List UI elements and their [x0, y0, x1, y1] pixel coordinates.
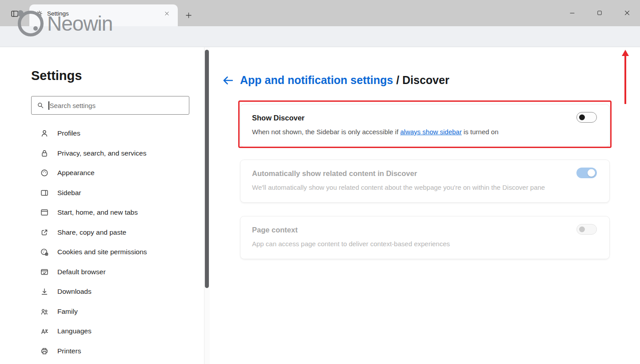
setting-description: App can access page content to deliver c…	[252, 240, 598, 248]
close-window-button[interactable]	[620, 6, 634, 20]
sidebar-item-label: Downloads	[57, 288, 92, 296]
always-show-sidebar-link[interactable]: always show sidebar	[400, 128, 462, 136]
setting-title: Automatically show related content in Di…	[252, 169, 598, 178]
arrow-head	[622, 50, 629, 56]
sidebar-item-label: Sidebar	[57, 189, 81, 197]
settings-main-panel: App and notification settings / Discover…	[210, 47, 640, 364]
tab-close-icon[interactable]	[162, 9, 172, 19]
setting-description: When not shown, the Sidebar is only acce…	[252, 128, 598, 136]
sidebar-item-start-home-tabs[interactable]: Start, home, and new tabs	[0, 203, 204, 223]
sidebar-item-family[interactable]: Family	[0, 302, 204, 322]
breadcrumb: App and notification settings / Discover	[222, 74, 449, 87]
sidebar-item-label: Default browser	[57, 268, 106, 276]
toggle-knob	[579, 115, 585, 120]
cookie-gear-icon	[40, 248, 49, 256]
printer-icon	[40, 347, 49, 356]
profiles-icon	[40, 129, 49, 138]
show-discover-toggle[interactable]	[576, 112, 597, 123]
sidebar-item-printers[interactable]: Printers	[0, 341, 204, 361]
browser-tab-settings[interactable]: Settings	[29, 4, 178, 26]
minimize-button[interactable]	[565, 6, 579, 20]
text-cursor	[48, 101, 49, 110]
breadcrumb-current: Discover	[402, 74, 449, 87]
search-icon	[37, 102, 44, 109]
sidebar-item-profiles[interactable]: Profiles	[0, 124, 204, 144]
sidebar-item-sidebar[interactable]: Sidebar	[0, 183, 204, 203]
sidebar-item-label: Profiles	[57, 129, 80, 137]
sidebar-item-label: Privacy, search, and services	[57, 149, 146, 157]
new-tab-button[interactable]	[183, 10, 194, 20]
auto-show-related-content-toggle[interactable]	[576, 168, 597, 178]
sidebar-item-default-browser[interactable]: Default browser	[0, 262, 204, 282]
sidebar-item-label: Cookies and site permissions	[57, 248, 147, 256]
search-input[interactable]	[50, 102, 184, 109]
breadcrumb-link-app-notification-settings[interactable]: App and notification settings	[240, 74, 393, 87]
sidebar-icon	[40, 188, 49, 197]
sidebar-item-label: Printers	[57, 347, 81, 355]
setting-description: We'll automatically show you related con…	[252, 184, 598, 191]
maximize-button[interactable]	[593, 6, 606, 20]
window-controls	[565, 6, 634, 20]
setting-title: Show Discover	[252, 114, 598, 122]
toggle-knob	[588, 169, 595, 177]
page-context-toggle[interactable]	[576, 224, 597, 235]
sidebar-item-cookies-permissions[interactable]: Cookies and site permissions	[0, 242, 204, 262]
tab-title: Settings	[47, 10, 69, 17]
sidebar-item-label: Share, copy and paste	[57, 228, 126, 236]
titlebar: Settings	[0, 0, 640, 26]
setting-card-show-discover: Show Discover When not shown, the Sideba…	[240, 104, 609, 147]
toggle-knob	[579, 227, 585, 232]
sidebar-item-share-copy-paste[interactable]: Share, copy and paste	[0, 223, 204, 243]
sidebar-item-downloads[interactable]: Downloads	[0, 282, 204, 302]
browser-window: Settings	[0, 0, 640, 364]
sidebar-item-label: Family	[57, 308, 78, 316]
download-icon	[40, 287, 49, 296]
settings-search-box[interactable]	[31, 96, 189, 115]
browser-toolbar: Edge edge://settings/sidebar/appSettings…	[0, 26, 640, 47]
browser-window-icon	[40, 208, 49, 217]
sidebar-item-appearance[interactable]: Appearance	[0, 163, 204, 183]
scrollbar-thumb[interactable]	[205, 50, 209, 288]
family-icon	[40, 307, 49, 316]
tab-actions-icon[interactable]	[10, 9, 20, 19]
languages-icon	[40, 327, 49, 336]
setting-card-auto-show-related-content: Automatically show related content in Di…	[240, 160, 609, 202]
appearance-icon	[40, 168, 49, 177]
arrow-shaft	[624, 56, 626, 104]
sidebar-item-languages[interactable]: Languages	[0, 321, 204, 341]
settings-nav-list: Profiles Privacy, search, and services A…	[0, 124, 204, 361]
settings-sidebar: Settings Profiles Privacy, search, and s…	[0, 47, 204, 364]
default-browser-icon	[40, 268, 49, 276]
desc-text: When not shown, the Sidebar is only acce…	[252, 128, 400, 136]
sidebar-item-privacy[interactable]: Privacy, search, and services	[0, 144, 204, 164]
breadcrumb-back-icon[interactable]	[222, 74, 234, 87]
setting-card-page-context: Page context App can access page content…	[240, 216, 609, 259]
lock-icon	[40, 149, 49, 158]
sidebar-item-label: Appearance	[57, 169, 95, 177]
desc-text: is turned on	[462, 128, 499, 136]
sidebar-item-label: Languages	[57, 327, 92, 335]
settings-page-title: Settings	[31, 68, 82, 83]
share-icon	[40, 228, 49, 237]
settings-gear-icon	[36, 10, 43, 17]
annotation-arrow	[621, 50, 629, 105]
setting-title: Page context	[252, 226, 598, 234]
breadcrumb-separator: /	[393, 74, 402, 87]
sidebar-item-label: Start, home, and new tabs	[57, 208, 138, 216]
